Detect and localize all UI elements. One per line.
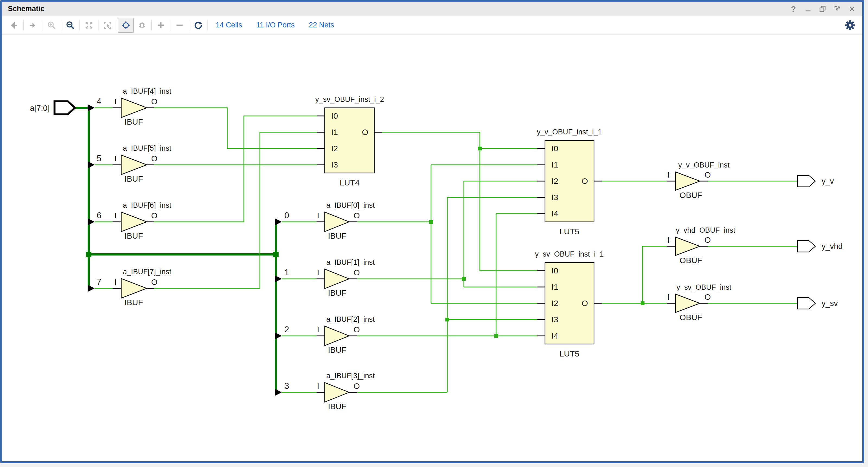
output-port-shape[interactable] xyxy=(798,298,815,309)
bus-tap-arrow-bit7 xyxy=(88,285,95,292)
cell-name: a_IBUF[7]_inst xyxy=(123,268,172,276)
net-junction xyxy=(494,334,498,338)
cell-name: y_vhd_OBUF_inst xyxy=(676,226,735,234)
restore-icon[interactable] xyxy=(817,3,828,14)
ibuf-symbol[interactable] xyxy=(325,383,349,402)
cell-lut4[interactable]: y_sv_OBUF_inst_i_2 LUT4 I0 I1 I2 I3 O xyxy=(315,95,384,187)
cell-type: IBUF xyxy=(328,288,346,297)
cell-name: y_sv_OBUF_inst xyxy=(677,283,732,291)
net-lut4-o[interactable] xyxy=(382,132,537,271)
io-ports-link[interactable]: 11 I/O Ports xyxy=(256,21,295,29)
output-port-yvhd[interactable]: y_vhd xyxy=(798,240,842,252)
nets-link[interactable]: 22 Nets xyxy=(309,21,334,29)
cell-obuf-yv[interactable]: I O y_v_OBUF_inst OBUF xyxy=(667,161,730,200)
pin-label-o: O xyxy=(705,235,711,244)
pin-label-i: I xyxy=(115,278,117,287)
pin-label-o: O xyxy=(353,381,360,390)
back-button[interactable] xyxy=(6,18,23,33)
pin-label-i: I xyxy=(668,235,670,244)
output-port-yv[interactable]: y_v xyxy=(798,175,834,187)
cell-lut5-yv[interactable]: y_v_OBUF_inst_i_1 LUT5 I0 I1 I2 I3 I4 O xyxy=(537,128,602,236)
net-a-ibuf4[interactable] xyxy=(154,108,317,148)
pin-label-i: I xyxy=(317,211,319,220)
forward-button[interactable] xyxy=(24,18,41,33)
pin-label-i: I xyxy=(317,381,319,390)
pin-label-o: O xyxy=(353,268,360,277)
cell-a-ibuf4[interactable]: 4 I O a_IBUF[4]_inst IBUF xyxy=(97,87,172,126)
cell-a-ibuf3[interactable]: 3 I O a_IBUF[3]_inst IBUF xyxy=(284,372,375,411)
zoom-fit-button[interactable] xyxy=(81,18,97,33)
bus-index-label: 2 xyxy=(284,325,289,334)
refresh-button[interactable] xyxy=(190,18,207,33)
net-junction xyxy=(429,220,433,224)
net-ysv[interactable] xyxy=(643,246,667,303)
remove-button[interactable] xyxy=(171,18,188,33)
ibuf-symbol[interactable] xyxy=(325,269,349,289)
cells-link[interactable]: 14 Cells xyxy=(216,21,242,29)
bus-index-label: 5 xyxy=(97,154,101,163)
ibuf-symbol[interactable] xyxy=(121,98,147,118)
cell-name: a_IBUF[3]_inst xyxy=(326,372,375,380)
pin-label-i4: I4 xyxy=(552,331,558,340)
pin-label-o: O xyxy=(151,154,157,163)
obuf-symbol[interactable] xyxy=(675,294,700,313)
net-a-ibuf7[interactable] xyxy=(154,132,317,288)
pin-label-i2: I2 xyxy=(552,299,558,308)
zoom-selection-button[interactable] xyxy=(99,18,116,33)
toolbar-separator xyxy=(151,20,152,31)
bus-index-label: 6 xyxy=(97,211,101,220)
pin-label-i4: I4 xyxy=(552,209,558,218)
cell-obuf-yvhd[interactable]: I O y_vhd_OBUF_inst OBUF xyxy=(667,226,735,265)
autofit-selection-button[interactable] xyxy=(118,18,134,33)
cell-a-ibuf0[interactable]: 0 I O a_IBUF[0]_inst IBUF xyxy=(284,201,375,240)
output-port-shape[interactable] xyxy=(798,175,815,187)
bus-tap-arrow-bit3 xyxy=(275,389,282,396)
cell-a-ibuf7[interactable]: 7 I O a_IBUF[7]_inst IBUF xyxy=(97,268,172,307)
pin-label-i: I xyxy=(317,325,319,334)
output-port-ysv[interactable]: y_sv xyxy=(798,298,838,309)
bus-tap-arrow-bit1 xyxy=(275,275,282,282)
cell-a-ibuf6[interactable]: 6 I O a_IBUF[6]_inst IBUF xyxy=(97,201,172,240)
ibuf-symbol[interactable] xyxy=(121,155,147,175)
ibuf-symbol[interactable] xyxy=(325,212,349,232)
obuf-symbol[interactable] xyxy=(675,172,700,190)
cell-type: LUT5 xyxy=(559,349,579,358)
cell-a-ibuf5[interactable]: 5 I O a_IBUF[5]_inst IBUF xyxy=(97,144,172,183)
cell-type: IBUF xyxy=(124,298,143,307)
bus-a-left[interactable] xyxy=(75,108,89,288)
input-port-label: a[7:0] xyxy=(30,104,50,112)
ibuf-symbol[interactable] xyxy=(121,212,147,232)
float-icon[interactable] xyxy=(832,3,843,14)
bus-index-label: 4 xyxy=(97,97,101,106)
cell-type: IBUF xyxy=(328,402,346,411)
pin-label-o: O xyxy=(151,278,157,287)
settings-button[interactable] xyxy=(845,20,862,30)
input-port-shape[interactable] xyxy=(55,101,75,114)
zoom-out-button[interactable] xyxy=(62,18,79,33)
add-button[interactable] xyxy=(152,18,169,33)
pin-label-i3: I3 xyxy=(552,193,558,202)
ibuf-symbol[interactable] xyxy=(325,326,349,346)
ibuf-symbol[interactable] xyxy=(121,279,147,298)
close-icon[interactable]: × xyxy=(846,3,858,14)
cell-a-ibuf2[interactable]: 2 I O a_IBUF[2]_inst IBUF xyxy=(284,315,375,354)
pin-label-i2: I2 xyxy=(552,176,558,185)
bus-tap-arrow-bit2 xyxy=(275,332,282,340)
help-icon[interactable]: ? xyxy=(788,3,799,14)
obuf-symbol[interactable] xyxy=(675,237,700,256)
pin-label-i: I xyxy=(115,211,117,220)
cell-obuf-ysv[interactable]: I O y_sv_OBUF_inst OBUF xyxy=(667,283,732,322)
expand-cone-button[interactable] xyxy=(134,18,151,33)
input-port-a[interactable]: a[7:0] xyxy=(30,101,75,114)
minimize-icon[interactable] xyxy=(803,3,813,14)
cell-lut5-ysv[interactable]: y_sv_OBUF_inst_i_1 LUT5 I0 I1 I2 I3 I4 O xyxy=(535,250,604,358)
pin-label-i: I xyxy=(115,97,117,106)
cell-name: a_IBUF[1]_inst xyxy=(326,258,375,266)
cell-a-ibuf1[interactable]: 1 I O a_IBUF[1]_inst IBUF xyxy=(284,258,375,297)
output-port-shape[interactable] xyxy=(798,240,815,252)
zoom-in-button[interactable] xyxy=(43,18,60,33)
titlebar: Schematic ? × xyxy=(2,2,862,16)
cell-type: IBUF xyxy=(328,345,346,354)
bus-tap-arrow-bit4 xyxy=(88,104,95,111)
schematic-canvas[interactable]: a[7:0] 4 I O a_IBUF[4]_inst IBUF 5 I O a… xyxy=(2,2,864,463)
